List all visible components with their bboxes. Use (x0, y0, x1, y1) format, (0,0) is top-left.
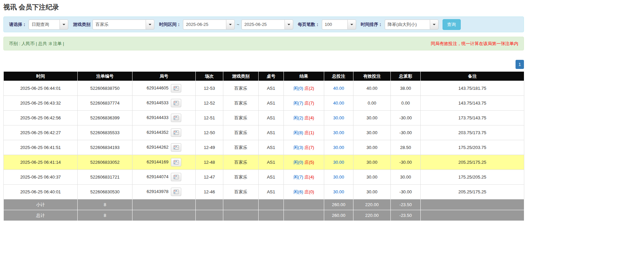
table-row: 2025-06-25 06:40:37522606831721629144074… (4, 170, 524, 185)
game-category-caret-button[interactable] (146, 20, 154, 30)
cell-valid-bet: 30.00 (353, 140, 391, 155)
date-from-input[interactable] (183, 20, 226, 30)
result-banker: 庄(0) (304, 189, 314, 194)
per-page-select (322, 20, 356, 30)
round-id-text: 629144352 (147, 130, 168, 135)
cell-game-category: 百家乐 (223, 170, 259, 185)
table-row: 2025-06-25 06:42:27522606835533629144352… (4, 125, 524, 140)
date-from-caret-button[interactable] (226, 20, 235, 30)
table-row: 2025-06-25 06:44:01522606838750629144605… (4, 81, 524, 96)
cell-game-category: 百家乐 (223, 140, 259, 155)
cell-result: 闲(0) 庄(5) (284, 155, 324, 170)
time-range-label: 时间区间： (159, 22, 181, 28)
cell-valid-bet: 30.00 (353, 111, 391, 125)
time-sort-label: 时间排序： (361, 22, 383, 28)
subtotal-count: 8 (78, 199, 132, 210)
roadmap-button[interactable] (171, 128, 181, 137)
result-player: 闲(6) (294, 189, 303, 194)
date-from-picker (183, 20, 235, 30)
column-header-6: 结果 (284, 72, 324, 81)
cell-result: 闲(7) 庄(4) (284, 170, 324, 185)
column-header-10: 备注 (421, 72, 524, 81)
cell-session: 12-53 (196, 81, 223, 96)
cell-bet-id: 522606835533 (78, 125, 132, 140)
cell-game-category: 百家乐 (223, 111, 259, 125)
time-sort-input[interactable] (385, 20, 430, 30)
roadmap-button[interactable] (171, 99, 181, 107)
cell-bet-id: 522606838750 (78, 81, 132, 96)
total-bet-link[interactable]: 30.00 (333, 130, 344, 135)
total-bet-link[interactable]: 40.00 (333, 101, 344, 106)
query-type-caret-button[interactable] (60, 20, 68, 30)
column-header-7: 总投注 (324, 72, 353, 81)
cell-total-bet: 30.00 (324, 125, 353, 140)
grandtotal-empty-cell (223, 210, 259, 221)
cell-remark: 205.25/175.25 (421, 185, 524, 199)
cell-remark: 143.75/143.75 (421, 96, 524, 111)
column-header-2: 局号 (132, 72, 196, 81)
total-bet-link[interactable]: 30.00 (333, 175, 344, 180)
game-category-input[interactable] (92, 20, 146, 30)
table-row: 2025-06-25 06:43:32522606837774629144533… (4, 96, 524, 111)
result-banker: 庄(1) (304, 130, 314, 135)
round-id-text: 629144074 (147, 174, 168, 179)
roadmap-button[interactable] (171, 84, 181, 92)
roadmap-button[interactable] (171, 143, 181, 152)
cell-total-bet: 30.00 (324, 170, 353, 185)
cell-payout: -30.00 (391, 111, 421, 125)
grandtotal-count: 8 (78, 210, 132, 221)
round-id-text: 629144262 (147, 145, 168, 150)
total-bet-link[interactable]: 40.00 (333, 86, 344, 91)
cell-round-id: 629144352 (132, 125, 196, 140)
query-type-label: 请选择： (9, 22, 27, 28)
cell-time: 2025-06-25 06:44:01 (4, 81, 78, 96)
subtotal-empty-cell (259, 199, 284, 210)
roadmap-button[interactable] (171, 114, 181, 122)
per-page-caret-button[interactable] (347, 20, 356, 30)
table-row: 2025-06-25 06:42:56522606836399629144433… (4, 111, 524, 125)
grandtotal-empty-cell (196, 210, 223, 221)
subtotal-row: 小计8260.00220.00-23.50 (4, 199, 524, 210)
subtotal-empty-cell (132, 199, 196, 210)
date-to-input[interactable] (241, 20, 285, 30)
cell-table-number: AS1 (259, 96, 284, 111)
roadmap-button[interactable] (171, 173, 181, 181)
cell-valid-bet: 30.00 (353, 155, 391, 170)
column-header-1: 注单编号 (78, 72, 132, 81)
round-id-text: 629144169 (147, 159, 168, 164)
cell-result: 闲(8) 庄(1) (284, 125, 324, 140)
time-sort-select (385, 20, 439, 30)
pagination-page-1-button[interactable]: 1 (516, 60, 524, 69)
query-type-select (29, 20, 68, 30)
game-category-label: 游戏类别 (73, 22, 90, 28)
result-banker: 庄(5) (304, 160, 314, 165)
cell-round-id: 629144433 (132, 111, 196, 125)
roadmap-button[interactable] (171, 188, 181, 196)
filter-bar: 请选择： 游戏类别 时间区间： ~ 每页笔数： 时间排序： (3, 16, 524, 32)
cell-session: 12-51 (196, 111, 223, 125)
cell-round-id: 629143978 (132, 185, 196, 199)
cell-bet-id: 522606831721 (78, 170, 132, 185)
query-type-input[interactable] (29, 20, 60, 30)
roadmap-button[interactable] (171, 158, 181, 166)
total-bet-link[interactable]: 30.00 (333, 189, 344, 194)
time-sort-caret-button[interactable] (430, 20, 439, 30)
roadmap-icon (174, 130, 179, 135)
summary-bar: 币别 : 人民币 | 总共 :8 注单 | 同局有效投注，统一计算在该局第一张注… (3, 37, 524, 50)
bet-records-table: 时间注单编号局号场次游戏类别桌号结果总投注有效投注总派彩备注 2025-06-2… (3, 71, 524, 221)
cell-session: 12-49 (196, 140, 223, 155)
cell-remark: 203.75/173.75 (421, 125, 524, 140)
cell-total-bet: 30.00 (324, 111, 353, 125)
total-bet-link[interactable]: 30.00 (333, 145, 344, 150)
table-header-row: 时间注单编号局号场次游戏类别桌号结果总投注有效投注总派彩备注 (4, 72, 524, 81)
cell-table-number: AS1 (259, 185, 284, 199)
cell-payout: -30.00 (391, 185, 421, 199)
cell-round-id: 629144605 (132, 81, 196, 96)
search-button[interactable]: 查询 (443, 19, 461, 30)
grandtotal-empty-cell (284, 210, 324, 221)
per-page-input[interactable] (322, 20, 347, 30)
page: 视讯 会员下注纪录 请选择： 游戏类别 时间区间： ~ 每页笔数： 时间排序： (3, 0, 524, 221)
date-to-caret-button[interactable] (285, 20, 293, 30)
total-bet-link[interactable]: 30.00 (333, 115, 344, 120)
total-bet-link[interactable]: 30.00 (333, 160, 344, 165)
